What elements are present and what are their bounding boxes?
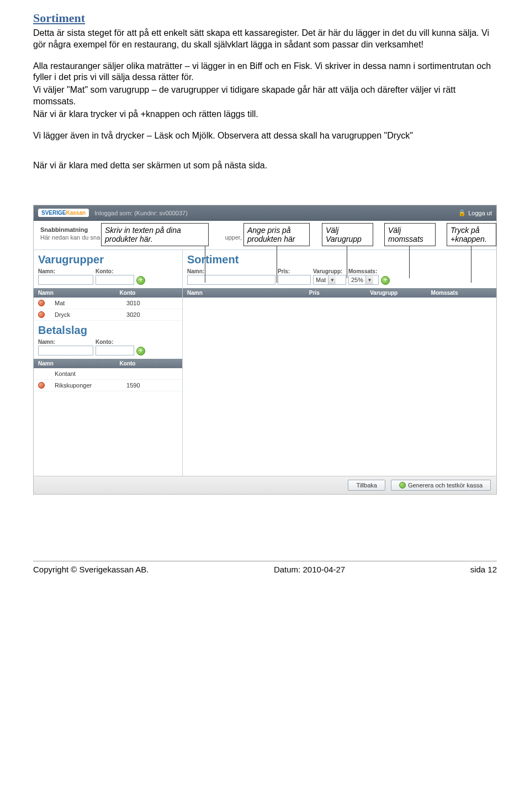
app-header: SVERIGEKassan Inloggad som: (Kundnr: sv0… xyxy=(34,205,496,221)
col-varugrupp: Varugrupp xyxy=(370,290,431,296)
cell-namn: Rikskuponger xyxy=(55,382,126,389)
delete-icon[interactable] xyxy=(38,382,45,389)
varugrupper-table: Mat 3010 Dryck 3020 xyxy=(34,298,182,321)
betalslag-table: Kontant Rikskuponger 1590 xyxy=(34,368,182,391)
add-varugrupp-button[interactable]: + xyxy=(136,276,145,285)
logout-link[interactable]: 🔒 Logga ut xyxy=(458,209,492,216)
logout-label: Logga ut xyxy=(468,210,492,216)
cell-namn: Mat xyxy=(55,300,126,306)
sortiment-momssats-select[interactable]: 25% ▼ xyxy=(348,275,379,285)
sortiment-pris-input[interactable] xyxy=(278,275,311,285)
sortiment-varugrupp-select[interactable]: Mat ▼ xyxy=(313,275,346,285)
cell-namn: Kontant xyxy=(55,370,126,377)
quick-entry-section: Snabbinmatning Här nedan kan du sna uppe… xyxy=(34,221,496,250)
document-text: Sortiment Detta är sista steget för att … xyxy=(33,11,497,172)
cell-konto: 3020 xyxy=(126,311,178,318)
cell-namn: Dryck xyxy=(55,311,126,318)
delete-icon[interactable] xyxy=(38,311,45,318)
select-value: Mat xyxy=(314,277,328,283)
table-row: Dryck 3020 xyxy=(34,309,182,321)
label-namn: Namn: xyxy=(38,268,93,274)
cell-konto: 1590 xyxy=(126,382,178,389)
varugrupp-konto-input[interactable] xyxy=(96,275,134,285)
col-konto: Konto xyxy=(120,360,178,367)
logo-text-1: SVERIGE xyxy=(41,210,66,216)
cell-konto: 3010 xyxy=(126,300,178,306)
footer-date: Datum: 2010-04-27 xyxy=(274,565,345,574)
label-pris: Pris: xyxy=(278,268,311,274)
annotation-3: Välj Varugrupp xyxy=(322,223,373,246)
betalslag-namn-input[interactable] xyxy=(38,346,93,355)
app-logo: SVERIGEKassan xyxy=(38,209,89,217)
logo-text-2: Kassan xyxy=(66,210,86,216)
delete-icon[interactable] xyxy=(38,300,45,306)
col-momssats: Momssats xyxy=(431,290,492,296)
label-namn: Namn: xyxy=(187,268,275,274)
annotation-5: Tryck på +knappen. xyxy=(447,223,496,246)
annotation-2: Ange pris på produkten här xyxy=(243,223,310,246)
select-value: 25% xyxy=(349,277,365,283)
paragraph: Vi väljer "Mat" som varugrupp – de varug… xyxy=(33,84,497,108)
label-konto: Konto: xyxy=(96,268,134,274)
paragraph: När vi är klara trycker vi på +knappen o… xyxy=(33,109,497,120)
section-title: Sortiment xyxy=(33,11,497,25)
app-window: SVERIGEKassan Inloggad som: (Kundnr: sv0… xyxy=(33,205,497,495)
lock-icon: 🔒 xyxy=(458,209,466,216)
table-row: Mat 3010 xyxy=(34,298,182,309)
app-footer: Tillbaka Generera och testkör kassa xyxy=(34,476,496,494)
paragraph: När vi är klara med detta ser skärmen ut… xyxy=(33,160,497,172)
page-footer: Copyright © Sverigekassan AB. Datum: 201… xyxy=(33,561,497,574)
chevron-down-icon: ▼ xyxy=(328,275,336,284)
table-row: Rikskuponger 1590 xyxy=(34,380,182,391)
table-row: Kontant xyxy=(34,368,182,380)
col-namn: Namn xyxy=(38,290,120,296)
col-konto: Konto xyxy=(120,290,178,296)
varugrupper-title: Varugrupper xyxy=(34,250,182,267)
chevron-down-icon: ▼ xyxy=(365,275,373,284)
ok-icon xyxy=(399,482,406,489)
label-varugrupp: Varugrupp: xyxy=(313,268,346,274)
varugrupp-namn-input[interactable] xyxy=(38,275,93,285)
betalslag-title: Betalslag xyxy=(34,321,182,338)
add-betalslag-button[interactable]: + xyxy=(136,347,145,355)
label-konto: Konto: xyxy=(96,339,134,345)
footer-copyright: Copyright © Sverigekassan AB. xyxy=(33,565,149,574)
label-momssats: Momssats: xyxy=(348,268,379,274)
annotation-4: Välj momssats xyxy=(384,223,436,246)
paragraph: Detta är sista steget för att på ett enk… xyxy=(33,28,497,51)
col-pris: Pris xyxy=(309,290,370,296)
paragraph: Vi lägger även in två drycker – Läsk och… xyxy=(33,130,497,142)
add-sortiment-button[interactable]: + xyxy=(381,276,390,285)
back-button[interactable]: Tillbaka xyxy=(348,480,385,491)
footer-page: sida 12 xyxy=(470,565,497,574)
paragraph: Alla restauranger säljer olika maträtter… xyxy=(33,61,497,84)
betalslag-konto-input[interactable] xyxy=(96,346,134,355)
annotation-1: Skriv in texten på dina produkter här. xyxy=(101,223,209,246)
label-namn: Namn: xyxy=(38,339,93,345)
generate-button[interactable]: Generera och testkör kassa xyxy=(391,480,491,491)
sortiment-namn-input[interactable] xyxy=(187,275,275,285)
col-namn: Namn xyxy=(38,360,120,367)
sortiment-title: Sortiment xyxy=(183,250,496,267)
col-namn: Namn xyxy=(187,290,309,296)
login-info: Inloggad som: (Kundnr: sv000037) xyxy=(94,210,188,216)
